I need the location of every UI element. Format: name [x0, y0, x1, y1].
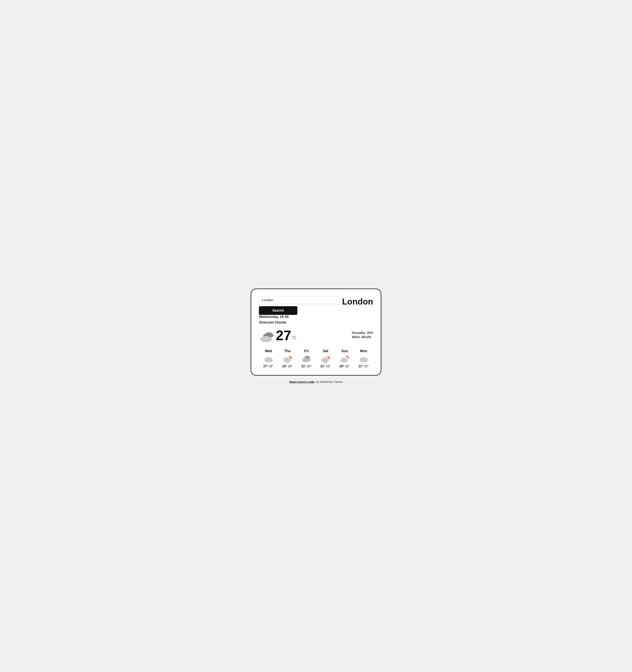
- svg-point-36: [341, 360, 348, 362]
- forecast-icon: [264, 355, 273, 363]
- forecast-temps: 27° 16°: [263, 365, 274, 368]
- forecast-day-name: Sun: [342, 349, 348, 353]
- forecast-temps: 20° 12°: [340, 365, 350, 368]
- svg-point-28: [322, 359, 328, 362]
- forecast-temps: 23° 18°: [282, 365, 292, 368]
- search-button[interactable]: Search: [259, 306, 297, 315]
- current-weather-row: 27°C Humidity: 43% Wind: 3Km/H: [259, 328, 373, 343]
- search-row: Search London: [259, 296, 373, 315]
- svg-point-40: [360, 359, 368, 362]
- forecast-low: 16°: [269, 365, 274, 368]
- svg-point-10: [265, 359, 272, 362]
- forecast-temps: 21° 13°: [321, 365, 331, 368]
- search-left: Search: [259, 296, 339, 315]
- forecast-day: Wed 27° 16°: [259, 349, 278, 368]
- forecast-icon: [302, 355, 311, 363]
- footer-suffix: , by Bethlehem Yazew: [314, 380, 343, 383]
- forecast-grid: Wed 27° 16° Thu: [259, 349, 373, 368]
- svg-point-18: [288, 362, 289, 363]
- forecast-icon: [321, 355, 330, 363]
- app-container: Search London Wednesday, 16:45 Overcast …: [249, 289, 383, 383]
- weather-stats: Humidity: 43% Wind: 3Km/H: [352, 331, 373, 340]
- search-input[interactable]: [259, 296, 339, 304]
- datetime-text: Wednesday, 16:45: [259, 315, 373, 319]
- forecast-day: Thu 23° 18°: [278, 349, 297, 368]
- temp-icon-group: 27°C: [259, 328, 297, 343]
- forecast-high: 20°: [340, 365, 344, 368]
- svg-point-32: [347, 356, 348, 358]
- forecast-low: 18°: [288, 365, 292, 368]
- forecast-day: Sun 20° 12°: [335, 349, 354, 368]
- forecast-low: 16°: [307, 365, 311, 368]
- svg-point-24: [328, 357, 329, 358]
- svg-point-23: [303, 359, 309, 362]
- forecast-day: Mon 21° 13°: [354, 349, 373, 368]
- forecast-high: 21°: [321, 365, 325, 368]
- footer: Open-source code, by Bethlehem Yazew: [289, 380, 343, 383]
- forecast-temps: 21° 13°: [358, 365, 369, 368]
- svg-point-6: [261, 338, 271, 342]
- forecast-day-name: Sat: [323, 349, 328, 353]
- humidity-stat: Humidity: 43%: [352, 331, 373, 335]
- weather-description: Overcast Clouds: [259, 320, 373, 325]
- svg-point-30: [325, 362, 326, 363]
- forecast-temps: 21° 16°: [301, 365, 311, 368]
- forecast-low: 13°: [364, 365, 369, 368]
- svg-point-17: [287, 362, 288, 363]
- wind-stat: Wind: 3Km/H: [352, 335, 373, 339]
- forecast-day-name: Thu: [284, 349, 290, 353]
- weather-card: Search London Wednesday, 16:45 Overcast …: [251, 289, 381, 376]
- overcast-cloud-icon: [259, 330, 274, 341]
- open-source-link[interactable]: Open-source code: [289, 380, 314, 383]
- svg-point-11: [290, 357, 291, 358]
- forecast-high: 23°: [282, 365, 287, 368]
- forecast-icon: [359, 355, 369, 363]
- forecast-day-name: Mon: [360, 349, 367, 353]
- svg-point-16: [285, 362, 286, 363]
- forecast-icon: [283, 355, 292, 363]
- forecast-icon: [340, 355, 349, 363]
- forecast-high: 21°: [301, 365, 306, 368]
- forecast-high: 27°: [263, 365, 268, 368]
- forecast-day-name: Wed: [265, 349, 272, 353]
- city-title: London: [342, 296, 373, 306]
- svg-point-29: [324, 362, 324, 363]
- forecast-day-name: Fri: [304, 349, 309, 353]
- forecast-day: Sat 21° 13°: [316, 349, 335, 368]
- forecast-day: Fri 21° 16°: [297, 349, 316, 368]
- datetime-section: Wednesday, 16:45: [259, 315, 373, 319]
- svg-point-15: [283, 359, 290, 362]
- temperature-display: 27°C: [276, 328, 297, 343]
- forecast-low: 13°: [326, 365, 331, 368]
- forecast-low: 12°: [345, 365, 350, 368]
- svg-point-31: [326, 362, 327, 363]
- forecast-high: 21°: [358, 365, 363, 368]
